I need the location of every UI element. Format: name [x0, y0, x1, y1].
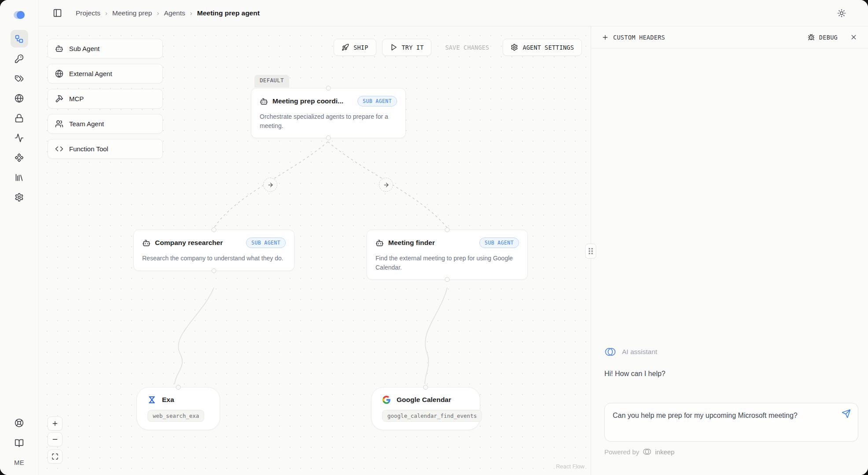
inkeep-assistant-icon [604, 347, 616, 357]
palette-item-external-agent[interactable]: External Agent [48, 64, 163, 84]
node-meeting-prep-coordinator[interactable]: Meeting prep coordi... SUB AGENT Orchest… [251, 88, 406, 138]
node-handle-bottom[interactable] [326, 135, 331, 140]
sub-agent-badge: SUB AGENT [246, 238, 286, 248]
sidebar-item-traces[interactable] [11, 129, 28, 146]
save-changes-button[interactable]: SAVE CHANGES [437, 39, 497, 56]
inkeep-logo[interactable] [12, 9, 27, 21]
chat-panel-header: CUSTOM HEADERS DEBUG [591, 26, 868, 48]
tags-icon [15, 74, 24, 83]
close-icon [850, 33, 857, 41]
sidebar-item-settings[interactable] [11, 188, 28, 206]
save-changes-label: SAVE CHANGES [445, 44, 489, 51]
rocket-icon [342, 44, 349, 51]
react-flow-attribution[interactable]: React Flow [556, 463, 585, 470]
debug-button[interactable]: DEBUG [808, 34, 838, 41]
sidebar-item-external[interactable] [11, 89, 28, 107]
breadcrumb-current: Meeting prep agent [197, 9, 260, 17]
node-company-researcher[interactable]: Company researcher SUB AGENT Research th… [133, 230, 294, 271]
palette-item-team-agent[interactable]: Team Agent [48, 114, 163, 134]
chat-input[interactable]: Can you help me prep for my upcoming Mic… [613, 410, 829, 434]
breadcrumb-projects[interactable]: Projects [76, 9, 100, 17]
key-icon [15, 54, 24, 63]
bug-icon [808, 34, 815, 41]
ship-label: SHIP [353, 44, 368, 51]
exa-logo-icon [147, 395, 156, 404]
lock-icon [15, 113, 24, 123]
code-icon [55, 145, 63, 153]
sidebar-item-graph[interactable] [11, 30, 28, 48]
tool-name-tag: google_calendar_find_events [382, 410, 482, 422]
agent-settings-button[interactable]: AGENT SETTINGS [503, 39, 582, 56]
assistant-header: AI assistant [604, 347, 858, 357]
breadcrumb-separator: › [156, 9, 160, 17]
node-description: Research the company to understand what … [142, 254, 286, 263]
docs-button[interactable] [11, 434, 28, 452]
powered-by-label: Powered by [604, 448, 639, 456]
node-handle-top[interactable] [445, 227, 450, 232]
flow-canvas[interactable]: Sub Agent External Agent MCP Team Agent … [39, 26, 591, 475]
sidebar-item-library[interactable] [11, 168, 28, 186]
breadcrumb-separator: › [104, 9, 108, 17]
send-button[interactable] [842, 409, 851, 418]
sidebar-item-credentials[interactable] [11, 69, 28, 87]
node-handle-top[interactable] [326, 86, 331, 91]
chat-input-container: Can you help me prep for my upcoming Mic… [604, 403, 858, 442]
palette-item-label: Sub Agent [69, 45, 99, 52]
node-handle-top[interactable] [176, 385, 181, 390]
breadcrumb: Projects › Meeting prep › Agents › Meeti… [76, 9, 260, 17]
breadcrumb-separator: › [189, 9, 193, 17]
agent-settings-label: AGENT SETTINGS [522, 44, 574, 51]
breadcrumb-agents[interactable]: Agents [164, 9, 185, 17]
plus-icon [602, 34, 609, 41]
top-header: Projects › Meeting prep › Agents › Meeti… [39, 0, 868, 26]
palette-item-label: External Agent [69, 70, 112, 77]
workspace: Sub Agent External Agent MCP Team Agent … [39, 26, 868, 475]
bot-icon [142, 239, 151, 247]
palette-item-label: MCP [69, 95, 84, 102]
tool-name-tag: web_search_exa [147, 410, 204, 422]
panel-resize-handle[interactable] [585, 244, 596, 259]
node-handle-top[interactable] [423, 385, 428, 390]
rail-nav [11, 30, 28, 206]
palette-item-mcp[interactable]: MCP [48, 89, 163, 109]
sidebar-item-api-keys[interactable] [11, 50, 28, 67]
node-handle-bottom[interactable] [212, 268, 217, 273]
ship-button[interactable]: SHIP [334, 39, 376, 56]
canvas-toolbar: SHIP TRY IT SAVE CHANGES AGENT SETTINGS [334, 39, 582, 56]
edge-arrow-marker [379, 178, 393, 192]
theme-toggle-button[interactable] [837, 9, 846, 18]
breadcrumb-project[interactable]: Meeting prep [112, 9, 152, 17]
globe-icon [15, 94, 24, 103]
gear-icon [15, 193, 24, 202]
brand-label: inkeep [655, 448, 674, 456]
bot-icon [375, 239, 384, 247]
app-window: ME Projects › Meeting prep › Agents › Me… [0, 0, 868, 475]
bot-icon [260, 97, 268, 106]
try-it-button[interactable]: TRY IT [382, 39, 432, 56]
palette-item-function-tool[interactable]: Function Tool [48, 139, 163, 159]
users-icon [55, 120, 63, 128]
panel-toggle-button[interactable] [53, 8, 62, 18]
sidebar-item-auth[interactable] [11, 109, 28, 127]
close-panel-button[interactable] [850, 33, 857, 41]
node-meeting-finder[interactable]: Meeting finder SUB AGENT Find the extern… [367, 230, 528, 280]
node-title: Google Calendar [397, 396, 451, 404]
node-exa-tool[interactable]: Exa web_search_exa [136, 387, 220, 430]
node-handle-top[interactable] [212, 227, 217, 232]
node-title: Exa [162, 396, 174, 404]
powered-by-link[interactable]: Powered by inkeep [604, 448, 858, 456]
book-open-icon [15, 438, 24, 448]
help-button[interactable] [11, 414, 28, 431]
palette-item-sub-agent[interactable]: Sub Agent [48, 39, 163, 58]
node-google-calendar-tool[interactable]: Google Calendar google_calendar_find_eve… [371, 387, 480, 430]
fit-view-button[interactable] [48, 449, 63, 464]
plus-icon [51, 420, 59, 427]
send-icon [842, 409, 851, 418]
avatar[interactable]: ME [14, 454, 24, 468]
sidebar-item-components[interactable] [11, 149, 28, 166]
custom-headers-button[interactable]: CUSTOM HEADERS [602, 34, 665, 41]
zoom-out-button[interactable] [48, 432, 63, 446]
node-handle-bottom[interactable] [445, 277, 450, 282]
zoom-in-button[interactable] [48, 417, 63, 431]
grip-dots-icon [588, 248, 593, 255]
